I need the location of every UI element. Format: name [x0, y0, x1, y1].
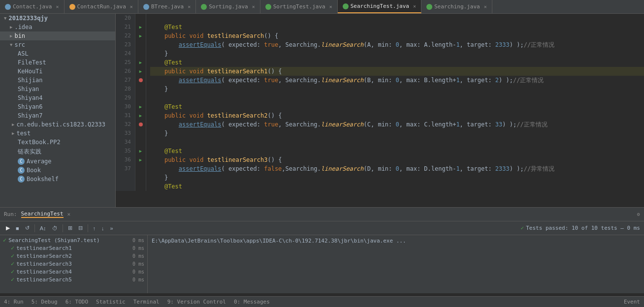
gutter-30[interactable]: ▶ [135, 102, 146, 111]
gutter-35[interactable]: ▶ [135, 147, 146, 155]
tab-close-contact[interactable]: ✕ [56, 4, 59, 9]
sidebar-label-shiyan7: Shiyan7 [18, 112, 43, 119]
run-label: Run: [4, 211, 17, 217]
sidebar-item-shiyan6[interactable]: Shiyan6 [0, 102, 115, 111]
test-item-3-time: 0 ms [132, 261, 144, 267]
sidebar-item-bin[interactable]: ▶ bin [0, 31, 115, 40]
test-item-5-label: testlinearSearch5 [16, 276, 72, 283]
sidebar-item-src[interactable]: ▼ src [0, 40, 115, 49]
code-line-39: @Test [150, 182, 644, 191]
code-line-32: assertEquals( expected: true, Searching.… [150, 120, 644, 129]
sidebar-item-test[interactable]: ▶ test [0, 129, 115, 138]
sidebar-item-asl[interactable]: ASL [0, 49, 115, 58]
sidebar-item-root[interactable]: ▼ 20182333qjy [0, 14, 115, 23]
expand-button[interactable]: ⊞ [66, 224, 74, 232]
tab-icon-btree [143, 4, 149, 10]
check-icon-4: ✓ [11, 268, 14, 275]
test-item-1-label: testlinearSearch1 [16, 245, 72, 251]
test-item-4-label: testlinearSearch4 [16, 269, 72, 275]
gutter-21[interactable]: ▶ [135, 23, 146, 31]
sidebar-label-bookshelf: Bookshelf [27, 176, 59, 183]
sidebar-item-shiyan4[interactable]: Shiyan4 [0, 93, 115, 102]
code-line-34 [150, 138, 644, 147]
sidebar-item-shijian[interactable]: Shijian [0, 76, 115, 85]
code-line-35: @Test [150, 147, 644, 155]
sidebar-item-shiyan7[interactable]: Shiyan7 [0, 111, 115, 120]
sidebar-item-cn[interactable]: ▶ cn.edu.besti.cs1823.Q2333 [0, 120, 115, 129]
class-icon-bookshelf: C [18, 176, 25, 183]
bottom-panel: Run: SearchingTest ✕ ⚙ ▶ ■ ↺ A↕ ⏱ ⊞ ⊟ ↑ … [0, 207, 644, 293]
tab-btree[interactable]: BTree.java ✕ [138, 0, 196, 13]
sidebar-label-shiyan: Shiyan [18, 86, 39, 92]
tab-sortingtest[interactable]: SortingTest.java ✕ [260, 0, 338, 13]
sidebar: ▼ 20182333qjy ▶ .idea ▶ bin ▼ src ASL Fi… [0, 14, 116, 207]
breakpoint-27 [139, 78, 143, 82]
tab-searchingtest[interactable]: SearchingTest.java ✕ [338, 0, 421, 13]
tab-close-searching[interactable]: ✕ [484, 4, 487, 9]
gutter-27[interactable] [135, 76, 146, 85]
gutter-32[interactable] [135, 120, 146, 129]
tab-contactrun[interactable]: ContactRun.java ✕ [64, 0, 138, 13]
separator-1 [34, 224, 35, 232]
rerun-button[interactable]: ↺ [23, 224, 32, 232]
arrow-root: ▼ [4, 16, 6, 21]
sidebar-item-bookshelf[interactable]: C Bookshelf [0, 175, 115, 184]
tab-close-sorting[interactable]: ✕ [252, 4, 255, 9]
tab-close-btree[interactable]: ✕ [188, 4, 191, 9]
gutter-33 [135, 129, 146, 138]
stop-button[interactable]: ■ [14, 224, 21, 232]
sidebar-item-textbook[interactable]: TextBook.PP2 [0, 138, 115, 147]
next-fail-button[interactable]: ↓ [99, 224, 106, 232]
test-item-2[interactable]: ✓ testlinearSearch2 0 ms [1, 252, 146, 260]
sidebar-item-linkedlist[interactable]: 链表实践 [0, 147, 115, 157]
arrow-src: ▼ [10, 42, 12, 47]
code-line-29 [150, 93, 644, 102]
code-line-26: public void testlinearSearch1() { [150, 67, 644, 76]
sidebar-item-filetest[interactable]: FileTest [0, 58, 115, 67]
gutter-36[interactable]: ▶ [135, 155, 146, 164]
settings-icon[interactable]: ⚙ [637, 212, 640, 217]
gutter-22[interactable]: ▶ [135, 31, 146, 40]
test-item-root-label: SearchingTest (Shiyan7.test) [8, 237, 99, 244]
tab-label-contactrun: ContactRun.java [77, 3, 126, 10]
arrow-cn: ▶ [12, 122, 14, 127]
collapse-button[interactable]: ⊟ [76, 224, 85, 232]
test-item-3[interactable]: ✓ testlinearSearch3 0 ms [1, 260, 146, 268]
code-line-28: } [150, 85, 644, 93]
test-item-5[interactable]: ✓ testlinearSearch5 0 ms [1, 276, 146, 283]
tab-searching[interactable]: Searching.java ✕ [421, 0, 492, 13]
sidebar-item-shiyan[interactable]: Shiyan [0, 85, 115, 93]
sidebar-item-idea[interactable]: ▶ .idea [0, 23, 115, 31]
tab-close-searchingtest[interactable]: ✕ [413, 3, 416, 9]
test-item-4[interactable]: ✓ testlinearSearch4 0 ms [1, 268, 146, 276]
tab-sorting[interactable]: Sorting.java ✕ [196, 0, 260, 13]
gutter-26[interactable]: ▶ [135, 67, 146, 76]
sort-alpha-button[interactable]: A↕ [38, 224, 48, 232]
test-item-5-time: 0 ms [132, 277, 144, 282]
code-editor[interactable]: 20 21 22 23 24 25 26 27 28 29 30 31 32 3… [116, 14, 644, 207]
sidebar-item-average[interactable]: C Average [0, 157, 115, 166]
test-item-root[interactable]: ✓ SearchingTest (Shiyan7.test) 0 ms [1, 236, 146, 244]
test-item-1[interactable]: ✓ testlinearSearch1 0 ms [1, 244, 146, 252]
tab-contact[interactable]: Contact.java ✕ [0, 0, 64, 13]
test-item-2-time: 0 ms [132, 253, 144, 259]
gutter-31[interactable]: ▶ [135, 111, 146, 120]
play-button[interactable]: ▶ [4, 224, 12, 232]
tab-label-btree: BTree.java [151, 3, 184, 10]
run-tab-searchingtest[interactable]: SearchingTest [21, 211, 64, 218]
tab-label-contact: Contact.java [13, 3, 52, 10]
check-icon-3: ✓ [11, 260, 14, 267]
run-tab-close[interactable]: ✕ [67, 211, 71, 217]
more-button[interactable]: » [108, 224, 115, 232]
sidebar-label-shiyan6: Shiyan6 [18, 103, 43, 110]
gutter-25[interactable]: ▶ [135, 58, 146, 67]
sidebar-item-book[interactable]: C Book [0, 166, 115, 175]
tab-close-sortingtest[interactable]: ✕ [329, 4, 332, 9]
separator-3 [88, 224, 88, 232]
tab-label-sortingtest: SortingTest.java [273, 3, 325, 10]
sidebar-item-kehouti[interactable]: KeHouTi [0, 67, 115, 76]
run-icon-25: ▶ [139, 60, 142, 65]
prev-fail-button[interactable]: ↑ [91, 224, 98, 232]
tab-close-contactrun[interactable]: ✕ [130, 4, 133, 9]
sort-dur-button[interactable]: ⏱ [50, 224, 60, 232]
